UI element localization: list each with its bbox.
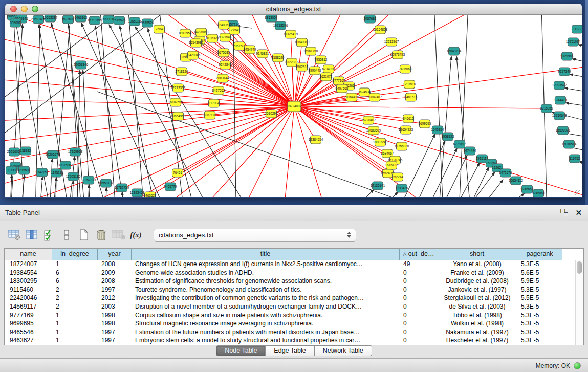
table-row[interactable]: 1938455462009Genome-wide association stu… bbox=[5, 269, 583, 277]
graph-node[interactable]: 19218506 bbox=[273, 21, 288, 30]
graph-node[interactable]: 9474444 bbox=[464, 147, 476, 155]
table-scrollbar-thumb[interactable] bbox=[577, 261, 582, 274]
graph-node[interactable]: 19654923 bbox=[399, 126, 413, 134]
zoom-window-icon[interactable] bbox=[32, 6, 38, 12]
graph-node[interactable]: 8454749 bbox=[244, 46, 256, 54]
graph-node[interactable]: 9699695 bbox=[419, 120, 431, 128]
tab-edge-table[interactable]: Edge Table bbox=[266, 345, 314, 356]
graph-node[interactable]: 1065328 bbox=[128, 17, 141, 26]
graph-node[interactable]: 20364436 bbox=[344, 93, 359, 101]
graph-node[interactable]: 8958923 bbox=[442, 133, 454, 141]
graph-node[interactable]: 1562615 bbox=[296, 63, 309, 71]
new-table-icon[interactable] bbox=[77, 228, 91, 242]
graph-node[interactable]: 11325419 bbox=[284, 30, 298, 38]
table-row[interactable]: 911546021997Tourette syndrome. Phenomeno… bbox=[5, 286, 583, 294]
graph-node[interactable]: 16210643 bbox=[552, 112, 567, 120]
graph-node[interactable]: 9465779 bbox=[164, 183, 177, 191]
network-canvas[interactable]: 1905572206914083508120691406106532871527… bbox=[5, 15, 582, 197]
graph-node[interactable]: 1621072 bbox=[320, 73, 333, 81]
graph-node[interactable]: 22420046 bbox=[186, 51, 201, 59]
graph-node[interactable]: 8186328 bbox=[206, 34, 219, 42]
table-row[interactable]: 969969511998Structural magnetic resonanc… bbox=[5, 319, 583, 328]
graph-node[interactable]: 16107553 bbox=[168, 98, 183, 106]
graph-node[interactable]: 8912954 bbox=[179, 29, 192, 37]
graph-node[interactable]: 15592071 bbox=[556, 126, 571, 135]
table-settings-icon[interactable] bbox=[7, 228, 21, 242]
graph-node[interactable]: 14136141 bbox=[371, 182, 385, 190]
graph-node[interactable]: 1615132 bbox=[385, 161, 398, 169]
select-rows-icon[interactable] bbox=[42, 228, 56, 242]
graph-node[interactable]: 1297516 bbox=[403, 80, 416, 89]
table-row[interactable]: 946362711997Embryonic stem cells: a mode… bbox=[5, 336, 583, 345]
graph-node[interactable]: 30975887 bbox=[58, 161, 73, 169]
graph-node[interactable]: 18724007 bbox=[287, 101, 302, 112]
graph-node[interactable]: 19654963 bbox=[171, 112, 186, 120]
graph-node[interactable]: 9342757 bbox=[36, 168, 49, 177]
graph-node[interactable]: 7485063 bbox=[399, 65, 412, 73]
graph-node[interactable]: 10653287 bbox=[43, 15, 58, 22]
graph-node[interactable]: 1640354 bbox=[431, 126, 444, 134]
graph-node[interactable]: 16958107 bbox=[99, 179, 114, 187]
graph-node[interactable]: 19756928 bbox=[395, 142, 409, 150]
graph-node[interactable]: 16154808 bbox=[373, 26, 388, 34]
graph-node[interactable]: 917004 bbox=[208, 99, 220, 107]
graph-node[interactable]: 6497568 bbox=[336, 84, 349, 93]
graph-node[interactable]: 16961758 bbox=[303, 47, 318, 55]
graph-node[interactable]: 16543982 bbox=[189, 39, 204, 47]
column-header-pagerank[interactable]: pagerank bbox=[517, 249, 562, 260]
graph-node[interactable]: 20053346 bbox=[74, 61, 89, 69]
table-row[interactable]: 1456911722003Disruption of a novel membe… bbox=[5, 302, 583, 311]
graph-node[interactable]: 12093572 bbox=[552, 81, 567, 90]
graph-node[interactable]: 8267110 bbox=[204, 111, 216, 119]
graph-node[interactable]: 76451 bbox=[172, 169, 183, 177]
graph-node[interactable]: 9329966 bbox=[561, 52, 574, 60]
table-row[interactable]: 2242004622012Investigating the contribut… bbox=[5, 294, 583, 302]
graph-node[interactable]: 2530294 bbox=[265, 110, 278, 118]
graph-node[interactable]: 33139 bbox=[6, 166, 17, 174]
function-builder-icon[interactable]: f(x) bbox=[129, 228, 143, 242]
graph-node[interactable]: 18640910 bbox=[295, 38, 310, 47]
graph-node[interactable]: 20206576 bbox=[46, 150, 60, 159]
network-window-titlebar[interactable]: citations_edges.txt bbox=[5, 4, 582, 15]
graph-node[interactable]: 18807249 bbox=[373, 138, 388, 146]
graph-node[interactable]: 1527602 bbox=[62, 15, 75, 24]
graph-node[interactable]: 127549 bbox=[229, 26, 240, 34]
graph-node[interactable]: 17016514 bbox=[562, 140, 577, 148]
graph-node[interactable]: 8990448 bbox=[309, 67, 321, 75]
graph-node[interactable]: 16648784 bbox=[447, 47, 462, 55]
graph-node[interactable]: 116753 bbox=[570, 155, 580, 163]
graph-node[interactable]: 9227349 bbox=[558, 68, 571, 76]
graph-node[interactable]: 16719155 bbox=[88, 16, 102, 25]
graph-node[interactable]: 17957233 bbox=[81, 176, 96, 184]
table-scrollbar[interactable] bbox=[575, 260, 583, 345]
column-header-year[interactable]: year bbox=[98, 249, 132, 260]
graph-node[interactable]: 8215955 bbox=[540, 104, 553, 113]
graph-node[interactable]: 9461616 bbox=[405, 93, 418, 101]
graph-node[interactable]: 12213967 bbox=[384, 38, 399, 46]
graph-node[interactable]: 8471676 bbox=[499, 169, 512, 177]
graph-node[interactable]: 2718126 bbox=[176, 68, 188, 76]
graph-node[interactable]: 1215681 bbox=[18, 166, 31, 174]
graph-node[interactable]: 11172 bbox=[572, 25, 582, 33]
graph-node[interactable]: 252214 bbox=[392, 173, 403, 181]
graph-node[interactable]: 25266050 bbox=[7, 148, 22, 156]
graph-node[interactable]: 835081 bbox=[10, 19, 21, 27]
graph-node[interactable]: 6279197 bbox=[453, 140, 466, 148]
graph-node[interactable]: 10973493 bbox=[390, 51, 405, 59]
table-row[interactable]: 1830029562008Estimation of significance … bbox=[5, 277, 583, 286]
tab-network-table[interactable]: Network Table bbox=[315, 345, 372, 356]
graph-node[interactable]: 15720407 bbox=[361, 116, 376, 124]
row-height-icon[interactable] bbox=[59, 228, 73, 242]
graph-node[interactable]: 9245061 bbox=[532, 189, 545, 197]
graph-node[interactable]: 9463627 bbox=[144, 192, 157, 197]
table-selector-dropdown[interactable]: citations_edges.txt bbox=[154, 229, 356, 242]
graph-node[interactable]: 16782759 bbox=[115, 184, 129, 192]
graph-node[interactable]: 10654112 bbox=[509, 177, 523, 185]
float-panel-icon[interactable] bbox=[560, 209, 568, 216]
graph-node[interactable]: 8427552 bbox=[212, 86, 225, 95]
close-panel-icon[interactable]: ✕ bbox=[575, 209, 582, 216]
table-row[interactable]: 977716911998Corpus callosum shape and si… bbox=[5, 311, 583, 320]
graph-node[interactable]: 2087682 bbox=[364, 15, 377, 23]
show-column-icon[interactable] bbox=[25, 228, 38, 242]
column-header-name[interactable]: name bbox=[5, 249, 52, 260]
